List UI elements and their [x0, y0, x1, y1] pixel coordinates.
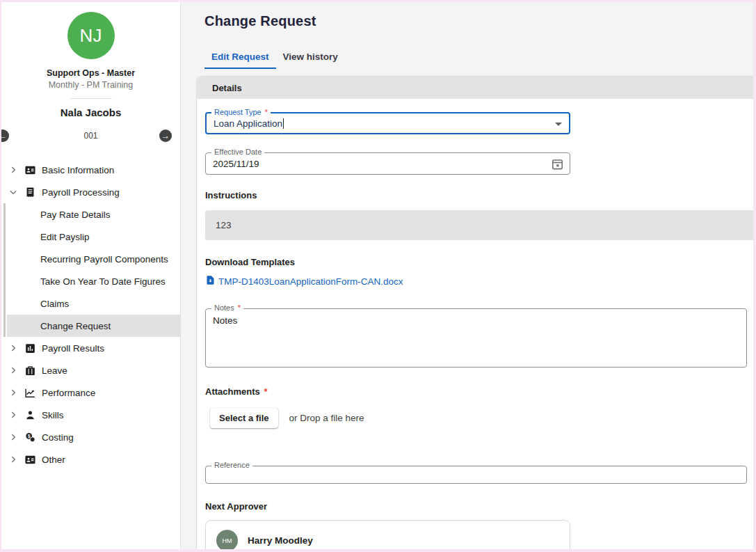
calendar-icon[interactable] — [551, 157, 564, 171]
sidebar-item-label: Skills — [42, 410, 64, 420]
download-file-icon — [205, 275, 216, 288]
attachments-dropzone[interactable]: Select a file or Drop a file here — [205, 408, 747, 428]
chevron-right-icon — [8, 410, 18, 420]
request-type-value: Loan Application — [214, 118, 282, 129]
approver-name: Harry Moodley — [248, 535, 313, 546]
receipt-document-icon — [24, 187, 36, 198]
chevron-right-icon — [8, 432, 18, 442]
details-panel-body: Request Type * Loan Application Effectiv… — [197, 99, 753, 549]
instructions-value: 123 — [216, 220, 232, 230]
effective-date-input[interactable]: Effective Date 2025/11/19 — [205, 152, 570, 175]
template-file-link[interactable]: TMP-D1403LoanApplicationForm-CAN.docx — [205, 275, 747, 288]
sidebar-item-performance[interactable]: Performance — [1, 381, 180, 404]
sidebar-subitem-pay-rate-details[interactable]: Pay Rate Details — [7, 203, 180, 226]
sidebar-menu: Basic Information Payroll Processing Pay… — [1, 159, 180, 471]
effective-date-label: Effective Date — [211, 148, 264, 156]
drop-file-hint: or Drop a file here — [289, 413, 364, 423]
sidebar-item-label: Performance — [42, 388, 95, 398]
sidebar-item-label: Payroll Processing — [42, 187, 120, 198]
sidebar-item-label: Basic Information — [42, 165, 114, 175]
sidebar-item-label: Costing — [42, 432, 74, 443]
tab-edit-request[interactable]: Edit Request — [204, 45, 276, 69]
download-templates-label: Download Templates — [205, 257, 747, 267]
chevron-down-icon — [8, 187, 18, 197]
sidebar-item-label: Other — [42, 455, 65, 465]
bar-chart-icon — [24, 342, 36, 354]
app-window: NJ Support Ops - Master Monthly - PM Tra… — [1, 2, 753, 549]
next-approver-label: Next Approver — [205, 501, 747, 512]
sidebar-subitem-claims[interactable]: Claims — [7, 292, 180, 315]
id-card-icon — [24, 454, 36, 466]
notes-label: Notes * — [211, 303, 243, 312]
sidebar-item-leave[interactable]: Leave — [1, 359, 180, 381]
notes-value: Notes — [213, 315, 237, 326]
template-file-name: TMP-D1403LoanApplicationForm-CAN.docx — [218, 276, 403, 287]
profile-divider — [70, 98, 112, 99]
svg-text:$: $ — [28, 433, 31, 439]
details-panel: Details Request Type * Loan Application … — [196, 76, 753, 549]
id-card-icon — [24, 164, 36, 176]
effective-date-value: 2025/11/19 — [213, 159, 259, 169]
employee-pager: ← 001 → — [1, 129, 180, 143]
sidebar-item-skills[interactable]: Skills — [1, 404, 180, 426]
coins-icon: $ — [24, 432, 36, 443]
employee-number: 001 — [1, 131, 180, 141]
sidebar-subitem-take-on-year-to-date-figures[interactable]: Take On Year To Date Figures — [7, 270, 180, 292]
sidebar-item-basic-information[interactable]: Basic Information — [1, 159, 180, 181]
tab-bar: Edit Request View history — [204, 45, 753, 69]
chevron-right-icon — [8, 343, 18, 353]
employee-avatar: NJ — [67, 12, 115, 59]
chevron-right-icon — [8, 455, 18, 464]
select-file-button[interactable]: Select a file — [210, 408, 278, 428]
approver-avatar-initials: HM — [223, 537, 232, 544]
pay-frequency-label: Monthly - PM Training — [1, 80, 180, 90]
payroll-processing-submenu: Pay Rate Details Edit Payslip Recurring … — [7, 203, 180, 337]
request-type-label: Request Type * — [211, 108, 271, 116]
approver-avatar: HM — [216, 530, 238, 549]
sidebar-item-payroll-processing[interactable]: Payroll Processing — [1, 181, 180, 203]
employee-profile: NJ Support Ops - Master Monthly - PM Tra… — [1, 12, 180, 143]
chevron-right-icon — [8, 365, 18, 375]
sidebar-item-other[interactable]: Other — [1, 448, 180, 471]
sidebar-subitem-edit-payslip[interactable]: Edit Payslip — [7, 226, 180, 248]
reference-label: Reference — [211, 461, 252, 469]
employee-name: Nala Jacobs — [1, 107, 180, 118]
briefcase-icon — [24, 365, 36, 377]
employee-avatar-initials: NJ — [80, 25, 102, 47]
company-group-label: Support Ops - Master — [1, 68, 180, 78]
text-cursor — [283, 118, 284, 129]
reference-input[interactable]: Reference — [205, 466, 747, 484]
dropdown-arrow-icon[interactable] — [555, 123, 562, 126]
main-content: Change Request Edit Request View history… — [181, 2, 753, 549]
chevron-right-icon — [8, 165, 18, 175]
sidebar-item-payroll-results[interactable]: Payroll Results — [1, 337, 180, 359]
line-chart-icon — [24, 387, 36, 399]
employee-sidebar: NJ Support Ops - Master Monthly - PM Tra… — [1, 2, 181, 549]
arrow-right-icon: → — [161, 132, 170, 140]
sidebar-subitem-change-request-selected[interactable]: Change Request — [7, 315, 180, 337]
chevron-right-icon — [8, 388, 18, 397]
sidebar-subitem-recurring-payroll-components[interactable]: Recurring Payroll Components — [7, 248, 180, 270]
request-type-select[interactable]: Request Type * Loan Application — [205, 112, 570, 134]
sidebar-item-label: Payroll Results — [42, 343, 104, 354]
details-panel-header: Details — [197, 77, 753, 99]
next-approver-card: HM Harry Moodley — [205, 520, 570, 549]
person-icon — [24, 409, 36, 421]
instructions-readonly-box: 123 — [205, 210, 753, 240]
sidebar-item-costing[interactable]: $ Costing — [1, 426, 180, 448]
sidebar-item-label: Leave — [42, 365, 67, 376]
notes-textarea[interactable]: Notes * Notes — [205, 308, 747, 368]
instructions-label: Instructions — [205, 190, 747, 200]
tab-view-history[interactable]: View history — [276, 45, 345, 69]
page-title: Change Request — [204, 13, 753, 29]
next-employee-button[interactable]: → — [159, 129, 172, 142]
attachments-label: Attachments * — [205, 386, 747, 397]
